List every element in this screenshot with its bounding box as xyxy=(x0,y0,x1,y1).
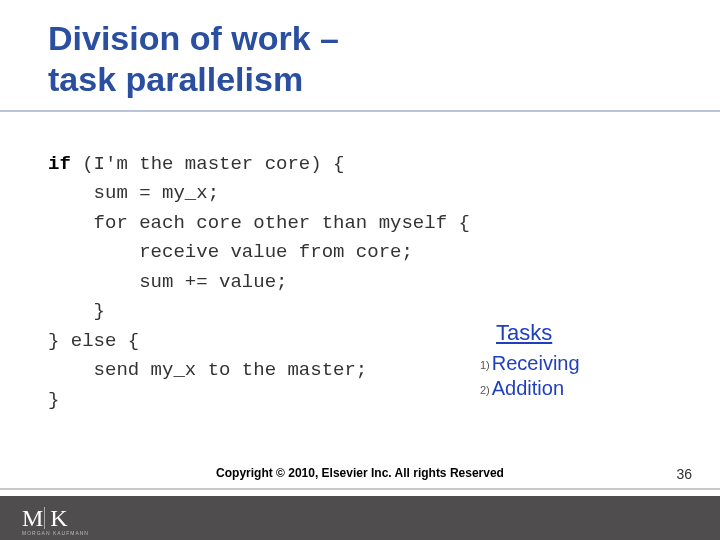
code-line-9: } xyxy=(48,389,59,411)
tasks-panel: Tasks 1)Receiving 2)Addition xyxy=(480,320,580,402)
title-text: Division of work – task parallelism xyxy=(48,18,720,100)
title-line-2: task parallelism xyxy=(48,60,303,98)
footer-bar: M K MORGAN KAUFMANN xyxy=(0,496,720,540)
logo-letter-k: K xyxy=(50,505,67,532)
copyright-text: Copyright © 2010, Elsevier Inc. All righ… xyxy=(216,466,504,480)
logo-subtitle: MORGAN KAUFMANN xyxy=(22,530,89,536)
pseudocode-block: if (I'm the master core) { sum = my_x; f… xyxy=(48,150,470,415)
title-line-1: Division of work – xyxy=(48,19,339,57)
list-label: Receiving xyxy=(492,352,580,374)
logo-letter-m: M xyxy=(22,505,41,532)
slide-footer: Copyright © 2010, Elsevier Inc. All righ… xyxy=(0,488,720,540)
code-line-4: receive value from core; xyxy=(48,241,413,263)
page-number: 36 xyxy=(676,466,692,482)
list-num: 1) xyxy=(480,359,490,371)
title-divider xyxy=(0,110,720,112)
code-line-2: sum = my_x; xyxy=(48,182,219,204)
list-num: 2) xyxy=(480,384,490,396)
footer-divider xyxy=(0,488,720,490)
list-label: Addition xyxy=(492,377,564,399)
code-line-6: } xyxy=(48,300,105,322)
slide-title: Division of work – task parallelism xyxy=(0,0,720,100)
code-line-7: } else { xyxy=(48,330,139,352)
code-line-3: for each core other than myself { xyxy=(48,212,470,234)
logo-separator xyxy=(44,507,45,529)
code-line-8: send my_x to the master; xyxy=(48,359,367,381)
keyword-if: if xyxy=(48,153,71,175)
list-item: 2)Addition xyxy=(480,377,580,400)
tasks-list: 1)Receiving 2)Addition xyxy=(480,352,580,400)
tasks-heading: Tasks xyxy=(496,320,580,346)
list-item: 1)Receiving xyxy=(480,352,580,375)
code-line-5: sum += value; xyxy=(48,271,287,293)
code-line-1b: (I'm the master core) { xyxy=(71,153,345,175)
publisher-logo: M K xyxy=(22,505,68,532)
